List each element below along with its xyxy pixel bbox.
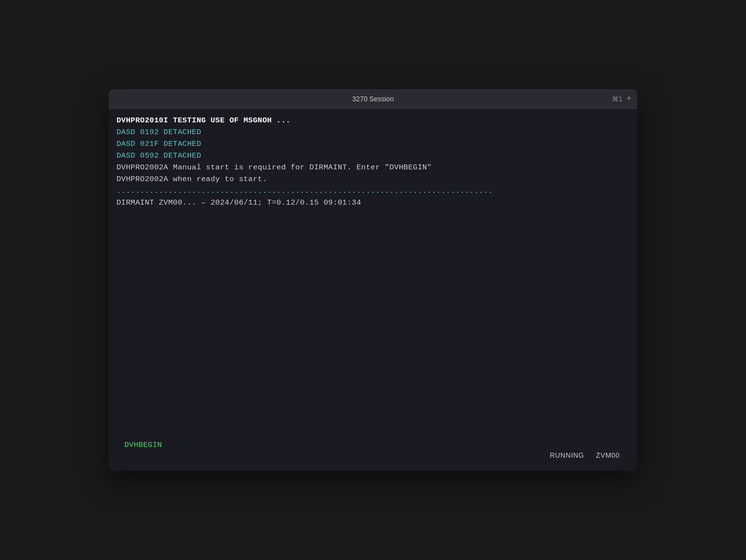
session-name: ZVM00 — [596, 451, 620, 459]
terminal-line: DVHPRO2002A Manual start is required for… — [117, 162, 629, 173]
terminal-line: DASD 0192 DETACHED — [117, 126, 629, 138]
terminal-line: DVHPRO2002A when ready to start. — [117, 173, 629, 185]
window-title: 3270 Session — [352, 95, 394, 103]
terminal-line: DIRMAINT ZVM00... – 2024/06/11; T=0.12/0… — [117, 197, 629, 209]
terminal-line: DASD 0592 DETACHED — [117, 150, 629, 162]
terminal-body: DVHPRO2010I TESTING USE OF MSGNOH ... DA… — [109, 109, 637, 471]
terminal-line: DASD 021F DETACHED — [117, 138, 629, 150]
keyboard-shortcut: ⌘1 — [612, 95, 623, 103]
terminal-window: 3270 Session ⌘1 + DVHPRO2010I TESTING US… — [109, 89, 637, 471]
terminal-input-line[interactable]: DVHBEGIN — [124, 441, 622, 449]
running-status: RUNNING — [550, 451, 584, 459]
add-tab-button[interactable]: + — [626, 93, 631, 104]
terminal-line: DVHPRO2010I TESTING USE OF MSGNOH ... — [117, 115, 629, 126]
titlebar: 3270 Session ⌘1 + — [109, 89, 637, 109]
titlebar-controls: ⌘1 + — [612, 93, 631, 104]
terminal-output: DVHPRO2010I TESTING USE OF MSGNOH ... DA… — [117, 115, 629, 437]
terminal-line: ........................................… — [117, 185, 629, 197]
terminal-bottom-bar: DVHBEGIN RUNNING ZVM00 — [117, 437, 629, 465]
terminal-status-bar: RUNNING ZVM00 — [124, 451, 622, 459]
